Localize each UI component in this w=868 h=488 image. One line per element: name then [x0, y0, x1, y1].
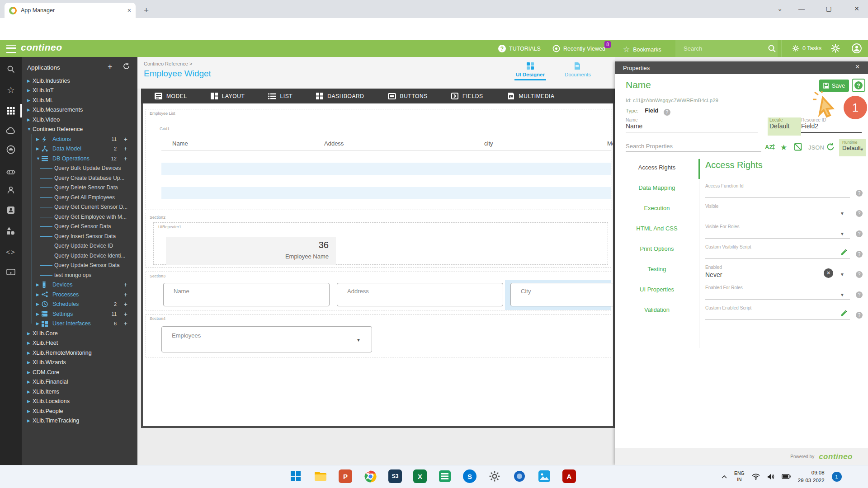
tree-leaf-item[interactable]: Query Get Current Sensor D... [22, 202, 137, 212]
add-item-icon[interactable]: + [124, 300, 127, 308]
browser-dropdown-icon[interactable]: ⌄ [769, 0, 790, 17]
help-button[interactable]: ? [852, 79, 865, 92]
global-search[interactable] [675, 40, 778, 57]
collapsed-arrow-icon[interactable]: ▶ [27, 79, 33, 83]
json-view-button[interactable]: JSON [808, 145, 824, 151]
section-employee-list[interactable]: Employee List Grid1 NameAddesscityMob [146, 109, 612, 210]
property-custom-visibility-script[interactable]: Custom Visibility Script? [705, 240, 866, 260]
properties-nav-execution[interactable]: Execution [615, 198, 699, 218]
property-enabled-for-roles[interactable]: Enabled For Roles▼? [705, 281, 866, 301]
properties-nav-print-options[interactable]: Print Options [615, 239, 699, 259]
collapsed-arrow-icon[interactable]: ▶ [27, 409, 33, 413]
acrobat-icon[interactable]: A [561, 468, 577, 484]
rail-code-icon[interactable]: <> [0, 244, 22, 259]
field-help-icon[interactable]: ? [856, 291, 863, 298]
properties-nav-access-rights[interactable]: Access Rights [615, 157, 699, 178]
teams-icon[interactable] [511, 468, 528, 484]
tree-item[interactable]: ▶XLib.Wizards [22, 358, 137, 368]
collapsed-arrow-icon[interactable]: ▶ [36, 146, 42, 151]
add-item-icon[interactable]: + [124, 136, 127, 143]
chrome-icon[interactable] [362, 468, 378, 484]
add-item-icon[interactable]: + [124, 320, 127, 327]
new-tab-button[interactable]: + [144, 5, 149, 15]
hamburger-menu-icon[interactable] [6, 45, 16, 53]
rail-contacts-icon[interactable] [0, 202, 22, 218]
property-visible[interactable]: Visible▼? [705, 199, 866, 220]
photos-icon[interactable] [536, 468, 552, 484]
tree-item[interactable]: ▶XLib.Video [22, 115, 137, 125]
rail-code-box-icon[interactable] [0, 164, 22, 180]
toolbar-model-button[interactable]: MODEL [155, 93, 187, 99]
section-4[interactable]: Section4 Employees ▼ [146, 314, 611, 357]
volume-icon[interactable] [767, 474, 774, 480]
name-property[interactable]: Name Name [626, 117, 758, 132]
field-help-icon[interactable]: ? [856, 251, 863, 258]
grid-row[interactable] [161, 187, 611, 199]
browser-tab[interactable]: App Manager × [5, 3, 136, 18]
tree-item[interactable]: ▶XLib.Fleet [22, 338, 137, 348]
tree-item[interactable]: ▼DB Operations12+ [22, 154, 137, 164]
wifi-icon[interactable] [752, 474, 760, 480]
runtime-selector[interactable]: Runtime Default ▼ [839, 139, 866, 156]
breadcrumb[interactable]: Contineo Reference > [144, 61, 192, 66]
tree-leaf-item[interactable]: Query Get All Employees [22, 192, 137, 202]
global-search-input[interactable] [683, 45, 752, 52]
employees-dropdown[interactable]: Employees ▼ [161, 326, 372, 352]
toolbar-multimedia-button[interactable]: MULTIMEDIA [507, 93, 555, 99]
tree-item[interactable]: ▶XLib.ML [22, 95, 137, 105]
collapsed-arrow-icon[interactable]: ▶ [27, 98, 33, 103]
skype-icon[interactable]: S [462, 468, 478, 484]
no-image-icon[interactable] [794, 143, 802, 151]
expanded-arrow-icon[interactable]: ▼ [36, 156, 42, 161]
collapsed-arrow-icon[interactable]: ▶ [36, 137, 42, 141]
properties-close-icon[interactable]: × [855, 63, 859, 71]
chevron-down-icon[interactable]: ▼ [840, 292, 844, 297]
tree-leaf-item[interactable]: Query Delete Sensor Data [22, 183, 137, 193]
chevron-down-icon[interactable]: ▼ [840, 272, 844, 277]
grid-row[interactable] [161, 163, 611, 175]
collapsed-arrow-icon[interactable]: ▶ [27, 389, 33, 394]
toolbar-list-button[interactable]: LIST [268, 93, 292, 99]
field-help-icon[interactable]: ? [856, 190, 863, 197]
rail-storage-icon[interactable] [0, 142, 22, 157]
tree-item[interactable]: ▶XLib.Items [22, 387, 137, 397]
tree-item[interactable]: ▶Settings11+ [22, 309, 137, 319]
field-help-icon[interactable]: ? [856, 210, 863, 217]
field-help-icon[interactable]: ? [856, 312, 863, 319]
tree-item[interactable]: ▶Actions11+ [22, 134, 137, 144]
repeater-card[interactable]: 36 Employee Name [166, 237, 336, 265]
s3-icon[interactable]: S3 [387, 468, 403, 484]
name-field[interactable]: Name [163, 283, 330, 306]
favorite-properties-icon[interactable]: ★ [780, 143, 787, 152]
tree-item[interactable]: ▶XLib.TimeTracking [22, 416, 137, 426]
rail-shapes-icon[interactable] [0, 223, 22, 239]
tree-item[interactable]: ▶XLib.Industries [22, 76, 137, 86]
edit-pencil-icon[interactable] [840, 310, 847, 317]
collapsed-arrow-icon[interactable]: ▶ [27, 370, 33, 375]
start-icon[interactable] [288, 468, 304, 484]
collapsed-arrow-icon[interactable]: ▶ [27, 341, 33, 345]
toolbar-buttons-button[interactable]: BUTTONS [388, 93, 428, 99]
tree-leaf-item[interactable]: Query Get Employee with M... [22, 212, 137, 222]
city-field[interactable]: City [510, 283, 615, 306]
toolbar-fields-button[interactable]: FIELDS [451, 93, 483, 99]
properties-nav-data-mapping[interactable]: Data Mapping [615, 178, 699, 198]
collapsed-arrow-icon[interactable]: ▶ [27, 399, 33, 404]
tree-item[interactable]: ▼Contineo Reference [22, 125, 137, 135]
tree-leaf-item[interactable]: Query Update Sensor Data [22, 261, 137, 271]
tree-item[interactable]: ▶Processes+ [22, 290, 137, 300]
tree-leaf-item[interactable]: Query Insert Sensor Data [22, 231, 137, 241]
tree-item[interactable]: ▶CDM.Core [22, 367, 137, 377]
search-icon[interactable] [768, 44, 776, 53]
tab-lo[interactable]: Lo [606, 62, 615, 77]
sheets-icon[interactable] [437, 468, 453, 484]
collapsed-arrow-icon[interactable]: ▶ [27, 418, 33, 423]
chevron-down-icon[interactable]: ▼ [840, 231, 844, 236]
powerpoint-icon[interactable]: P [337, 468, 354, 484]
property-access-function-id[interactable]: Access Function Id? [705, 179, 866, 199]
chevron-down-icon[interactable]: ▼ [840, 211, 844, 216]
tree-item[interactable]: ▶User Interfaces6+ [22, 319, 137, 329]
language-indicator[interactable]: ENGIN [734, 470, 745, 482]
rail-search-icon[interactable] [0, 61, 22, 77]
tree-leaf-item[interactable]: Query Get Sensor Data [22, 222, 137, 232]
